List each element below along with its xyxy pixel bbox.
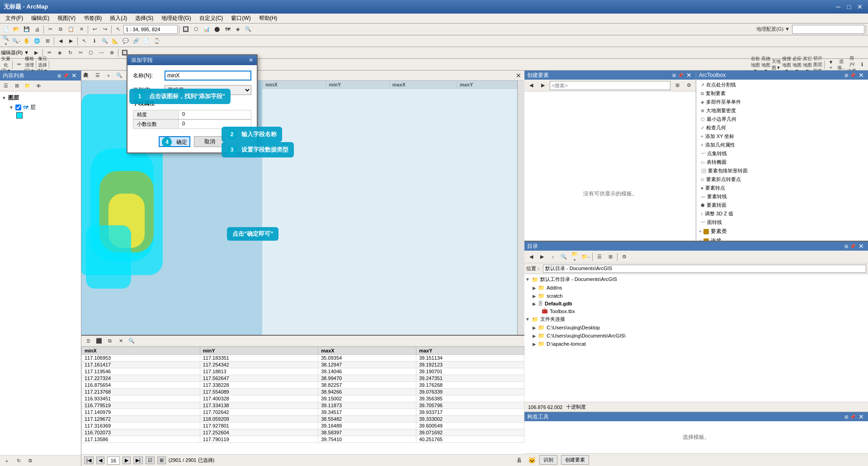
zoom-out-btn[interactable]: 🔍-: [11, 36, 21, 46]
cat-item-default-gdb[interactable]: ▶ 🗄 Default.gdb: [525, 300, 867, 307]
table-select-by-attr-btn[interactable]: ⬛: [94, 336, 104, 346]
save-btn[interactable]: 💾: [22, 24, 32, 34]
menu-window[interactable]: 窗口(W): [227, 14, 254, 23]
table-row[interactable]: 117.140979117.70264239.3451739.933717: [82, 409, 524, 416]
split-btn[interactable]: ✂: [75, 48, 85, 58]
table-row[interactable]: 117.119546117.1881339.1404639.190701: [82, 368, 524, 375]
layer-checkbox[interactable]: [15, 105, 21, 110]
cf-search-input[interactable]: [550, 81, 670, 90]
arc-tool-adjust-3d[interactable]: ↕ 调整 3D Z 值: [697, 209, 867, 218]
cat-expander-6[interactable]: ▼: [525, 317, 530, 322]
back-btn[interactable]: ◀: [56, 36, 66, 46]
toc-vis-btn[interactable]: 👁: [33, 81, 43, 91]
cat-grid-view-btn[interactable]: ⊞: [605, 252, 615, 262]
menu-help[interactable]: 帮助(H): [255, 14, 281, 23]
edit-ann-btn[interactable]: ✏: [14, 60, 24, 70]
cf-forward-btn[interactable]: ▶: [538, 81, 548, 90]
menu-edit[interactable]: 编辑(E): [28, 14, 53, 23]
layer-expander[interactable]: ▼: [9, 105, 14, 110]
vectorize-btn[interactable]: 矢量化(Z)▼: [1, 60, 11, 70]
table-row[interactable]: 116.933451117.40032839.1500239.356385: [82, 395, 524, 402]
reshape-btn[interactable]: ⬡: [86, 48, 96, 58]
cf-pin-btn[interactable]: 📌: [678, 71, 683, 79]
paste-btn[interactable]: 📋: [66, 24, 76, 34]
menu-custom[interactable]: 自定义(C): [196, 14, 227, 23]
cat-expander-2[interactable]: ▶: [533, 285, 536, 290]
cp-float-btn[interactable]: ⊞: [844, 413, 848, 421]
toc-settings-btn[interactable]: ⚙: [25, 456, 35, 466]
cat-expander-9[interactable]: ▶: [533, 342, 536, 347]
identify-tool[interactable]: ℹ: [90, 36, 99, 46]
af-ok-btn[interactable]: 4 确定: [159, 136, 190, 147]
cat-up-btn[interactable]: ↑: [548, 252, 558, 262]
map-btn[interactable]: 🗺: [222, 24, 232, 34]
arc-group-expander-1[interactable]: +: [699, 229, 702, 234]
cat-connect-folder-btn[interactable]: 📁+: [570, 252, 580, 262]
arc-group-feature-class[interactable]: + 要素类: [697, 227, 867, 236]
rotate-btn[interactable]: ↻: [65, 48, 75, 58]
arc-tool-feat-to-poly[interactable]: ⬟ 要素转面: [697, 201, 867, 209]
toc-close-btn[interactable]: ✕: [70, 71, 78, 80]
menu-bookmark[interactable]: 书签(B): [80, 14, 105, 23]
cp-close-btn[interactable]: ✕: [857, 413, 865, 421]
cat-item-arcgis-docs[interactable]: ▶ 📁 C:\Users\xujing\Documents\ArcGIS\: [525, 332, 867, 340]
time-btn[interactable]: ⌚: [152, 36, 162, 46]
create-feature-btn[interactable]: 创建要素: [561, 455, 589, 465]
table-next-btn[interactable]: ▶: [123, 456, 131, 464]
table-row[interactable]: 116.702073117.25260438.5839739.071692: [82, 429, 524, 436]
arc-tool-add-geom-attr[interactable]: + 添加几何属性: [697, 141, 867, 149]
arc-tool-feat-to-line[interactable]: — 要素转线: [697, 192, 867, 201]
gaode-map-btn[interactable]: 谷歌地图▼: [750, 60, 760, 70]
cat-item-folder-connections[interactable]: ▼ 📁 文件夹连接: [525, 315, 867, 323]
symbol-btn[interactable]: ⬡: [191, 24, 201, 34]
table-menu-btn[interactable]: ☰: [83, 336, 93, 346]
af-name-input[interactable]: [165, 71, 251, 81]
af-cancel-btn[interactable]: 取消: [194, 136, 226, 147]
cat-item-toolbox[interactable]: 🧰 Toolbox.tbx: [525, 307, 867, 315]
trace-btn[interactable]: 〰: [96, 48, 106, 58]
arc-tool-feat-to-point[interactable]: ● 要素转点: [697, 184, 867, 192]
cf-close-btn[interactable]: ✕: [685, 71, 693, 79]
table-row[interactable]: 117.227324117.56264738.9947039.247351: [82, 375, 524, 382]
table-row[interactable]: 117.13586117.79011939.7541040.251765: [82, 436, 524, 443]
toc-grid-btn[interactable]: ⊞: [12, 81, 22, 91]
arc-tool-poly-to-line[interactable]: 〰 面转线: [697, 218, 867, 227]
cat-item-desktop[interactable]: ▶ 📁 C:\Users\xujing\Desktop: [525, 323, 867, 332]
arc-tool-split-at-point[interactable]: ↗ 在点处分割线: [697, 81, 867, 89]
node-btn[interactable]: ◈: [55, 48, 65, 58]
arc-tool-multipart[interactable]: ◈ 多部件至单单件: [697, 98, 867, 106]
globe-btn[interactable]: 🌐: [32, 36, 42, 46]
toc-source-btn[interactable]: 📁: [23, 81, 33, 91]
measure-btn[interactable]: ⬤: [212, 24, 222, 34]
hyperlink-btn[interactable]: 🔗: [131, 36, 141, 46]
toc-add-btn[interactable]: +: [2, 456, 12, 466]
identify-feature-btn[interactable]: 识别: [539, 455, 557, 465]
cp-pin-btn[interactable]: 📌: [850, 413, 855, 421]
open-btn[interactable]: 📂: [11, 24, 21, 34]
cat-item-default-workspace[interactable]: ▼ 📁 默认工作目录 - Documents\ArcGIS: [525, 275, 867, 284]
table-first-btn[interactable]: |◀: [84, 456, 94, 464]
table-row[interactable]: 117.213768117.55408938.9426639.076339: [82, 389, 524, 395]
cf-settings-btn[interactable]: ⚙: [684, 81, 694, 90]
table-row[interactable]: 117.161417117.25434238.1294739.192123: [82, 361, 524, 368]
cat-pin-btn[interactable]: 📌: [850, 242, 855, 250]
search-place-btn[interactable]: 🔍: [100, 36, 110, 46]
cat-search-btn[interactable]: 🔍: [559, 252, 569, 262]
print-btn[interactable]: 🖨: [32, 24, 42, 34]
cat-disconnect-btn[interactable]: 📁-: [580, 252, 590, 262]
cat-location-input[interactable]: [543, 265, 866, 273]
table-row[interactable]: 116.779519117.33413839.1187339.705796: [82, 402, 524, 409]
scale-input[interactable]: [123, 25, 178, 34]
new-btn[interactable]: 📄: [1, 24, 11, 34]
arc-tool-add-xy[interactable]: + 添加 XY 坐标: [697, 132, 867, 141]
cf-float-btn[interactable]: ⊞: [672, 71, 676, 79]
html-popup-btn[interactable]: 📄: [142, 36, 151, 46]
redo-btn[interactable]: ↪: [100, 24, 110, 34]
table-find-btn[interactable]: 🔍: [114, 71, 124, 81]
menu-file[interactable]: 文件(F): [2, 14, 27, 23]
arc-tool-copy[interactable]: ⧉ 复制要素: [697, 89, 867, 98]
toc-float-btn[interactable]: ⊞: [57, 71, 61, 80]
table-prev-btn[interactable]: ◀: [96, 456, 104, 464]
editor-label[interactable]: 编辑器(R) ▼: [1, 49, 29, 56]
cat-close-btn[interactable]: ✕: [857, 242, 865, 250]
